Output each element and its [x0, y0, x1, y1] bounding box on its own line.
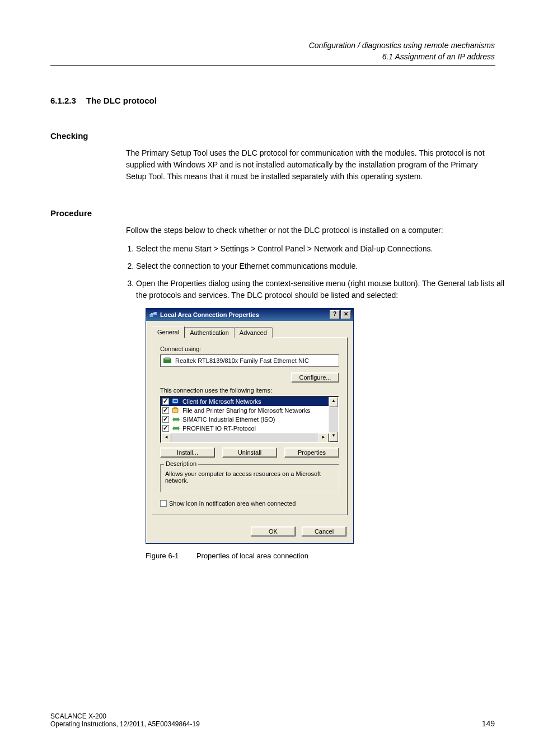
svg-rect-5 — [174, 400, 177, 402]
scroll-left-button[interactable]: ◄ — [161, 433, 171, 442]
procedure-steps: Select the menu Start > Settings > Contr… — [126, 243, 505, 301]
section-number: 6.1.2.3 — [50, 96, 84, 105]
checkbox[interactable] — [162, 416, 169, 423]
scroll-right-button[interactable]: ► — [318, 433, 329, 442]
checking-body: The Primary Setup Tool uses the DLC prot… — [126, 147, 495, 183]
footer-line1: SCALANCE X-200 — [50, 712, 200, 720]
description-group: Description Allows your computer to acce… — [160, 464, 339, 492]
list-item-label: File and Printer Sharing for Microsoft N… — [182, 407, 310, 414]
list-item-label: PROFINET IO RT-Protocol — [182, 425, 256, 432]
show-icon-row[interactable]: Show icon in notification area when conn… — [160, 500, 339, 507]
show-icon-label: Show icon in notification area when conn… — [169, 500, 296, 507]
protocol-icon — [171, 416, 180, 423]
dialog-buttons: OK Cancel — [146, 522, 353, 543]
tab-general[interactable]: General — [152, 326, 185, 338]
title-bar[interactable]: Local Area Connection Properties ? ✕ — [146, 309, 353, 321]
window-title: Local Area Connection Properties — [160, 311, 329, 318]
checkbox[interactable] — [162, 407, 169, 414]
checkbox[interactable] — [162, 398, 169, 405]
scroll-up-button[interactable]: ▲ — [329, 397, 338, 407]
dialog-screenshot: Local Area Connection Properties ? ✕ Gen… — [146, 308, 495, 544]
procedure-intro: Follow the steps below to check whether … — [126, 225, 495, 236]
properties-button[interactable]: Properties — [284, 447, 339, 458]
figure-caption: Figure 6-1 Properties of local area conn… — [146, 552, 495, 560]
nic-name: Realtek RTL8139/810x Family Fast Etherne… — [175, 357, 309, 364]
section-heading: 6.1.2.3 The DLC protocol — [50, 96, 495, 105]
list-item[interactable]: PROFINET IO RT-Protocol — [161, 424, 329, 433]
nic-icon — [163, 357, 172, 365]
window-icon — [149, 311, 157, 319]
connection-items-list[interactable]: Client for Microsoft Networks File and P… — [160, 396, 339, 443]
svg-rect-0 — [150, 314, 153, 316]
tab-advanced[interactable]: Advanced — [234, 327, 273, 338]
figure-text: Properties of local area connection — [196, 552, 308, 560]
procedure-heading: Procedure — [50, 208, 495, 218]
checkbox[interactable] — [162, 425, 169, 432]
svg-rect-7 — [174, 407, 176, 409]
scrollbar-horizontal[interactable]: ◄ ► — [161, 433, 329, 442]
procedure-step: Select the menu Start > Settings > Contr… — [136, 243, 505, 255]
tab-body-general: Connect using: Realtek RTL8139/810x Fami… — [152, 337, 348, 515]
description-text: Allows your computer to access resources… — [165, 470, 334, 484]
figure-number: Figure 6-1 — [146, 552, 179, 560]
ok-button[interactable]: OK — [251, 526, 296, 536]
procedure-step: Select the connection to your Ethernet c… — [136, 260, 505, 272]
nic-display: Realtek RTL8139/810x Family Fast Etherne… — [160, 354, 339, 367]
header-subtitle: 6.1 Assignment of an IP address — [309, 52, 495, 63]
list-item-label: SIMATIC Industrial Ethernet (ISO) — [182, 416, 275, 423]
procedure-step: Open the Properties dialog using the con… — [136, 278, 505, 301]
list-item[interactable]: SIMATIC Industrial Ethernet (ISO) — [161, 415, 329, 424]
install-button[interactable]: Install... — [160, 447, 215, 458]
section-title: The DLC protocol — [86, 96, 157, 105]
header-rule — [50, 65, 495, 66]
show-icon-checkbox[interactable] — [160, 500, 167, 507]
page-header: Configuration / diagnostics using remote… — [309, 40, 495, 62]
footer-line2: Operating Instructions, 12/2011, A5E0034… — [50, 720, 200, 728]
client-icon — [171, 398, 180, 405]
header-title: Configuration / diagnostics using remote… — [309, 40, 495, 52]
tab-strip: General Authentication Advanced — [152, 327, 348, 338]
description-legend: Description — [164, 460, 198, 467]
checking-heading: Checking — [50, 131, 495, 141]
close-button[interactable]: ✕ — [341, 310, 351, 319]
footer-left: SCALANCE X-200 Operating Instructions, 1… — [50, 712, 200, 728]
service-icon — [171, 407, 180, 414]
page-number: 149 — [482, 719, 495, 728]
tab-authentication[interactable]: Authentication — [184, 327, 235, 338]
scroll-down-button[interactable]: ▼ — [329, 432, 338, 442]
list-item-label: Client for Microsoft Networks — [182, 398, 261, 405]
items-label: This connection uses the following items… — [160, 387, 339, 394]
configure-button[interactable]: Configure... — [291, 372, 339, 382]
list-item[interactable]: File and Printer Sharing for Microsoft N… — [161, 406, 329, 415]
list-item[interactable]: Client for Microsoft Networks — [161, 397, 329, 406]
local-area-connection-properties-window: Local Area Connection Properties ? ✕ Gen… — [146, 308, 354, 544]
uninstall-button[interactable]: Uninstall — [222, 447, 277, 458]
page-footer: SCALANCE X-200 Operating Instructions, 1… — [50, 712, 495, 728]
cancel-button[interactable]: Cancel — [302, 526, 346, 536]
help-button[interactable]: ? — [330, 310, 340, 319]
svg-rect-3 — [165, 357, 170, 360]
protocol-icon — [171, 424, 180, 432]
scrollbar-vertical[interactable]: ▲ ▼ — [329, 397, 338, 442]
connect-using-label: Connect using: — [160, 346, 339, 352]
